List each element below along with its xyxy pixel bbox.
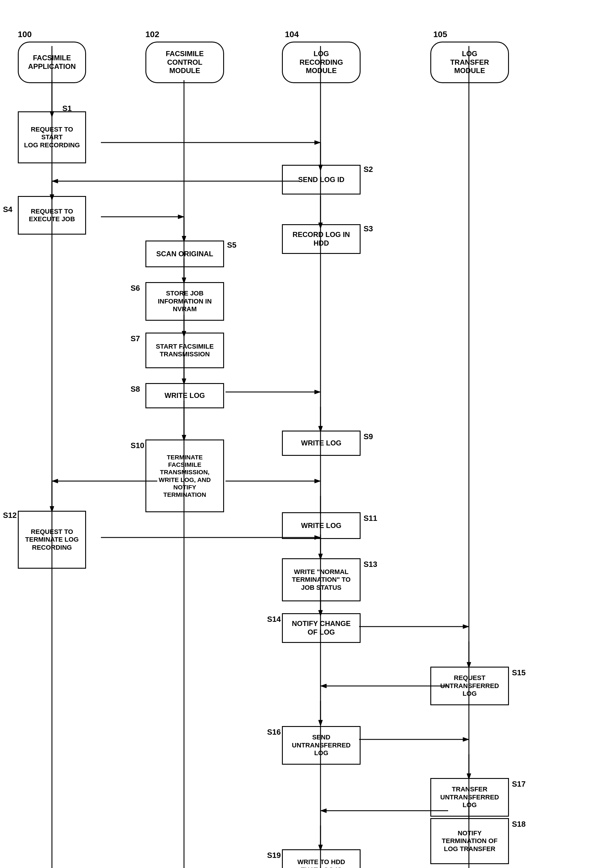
flowchart-diagram: 100 102 104 105 FACSIMILEAPPLICATION FAC… — [0, 0, 606, 868]
label-s18: S18 — [512, 820, 526, 829]
svg-marker-50 — [320, 684, 326, 688]
box-write-log-s8: WRITE LOG — [145, 383, 224, 408]
box-record-log-hdd: RECORD LOG INHDD — [282, 224, 360, 254]
box-request-untransferred-log: REQUESTUNTRANSFERREDLOG — [430, 666, 509, 705]
box-write-normal-termination: WRITE "NORMALTERMINATION" TOJOB STATUS — [282, 558, 360, 601]
label-s16: S16 — [267, 727, 281, 737]
label-s10: S10 — [131, 441, 144, 450]
box-request-start-log: REQUEST TOSTARTLOG RECORDING — [18, 112, 86, 163]
module-fax-app: FACSIMILEAPPLICATION — [18, 42, 86, 83]
ref-102: 102 — [145, 30, 159, 39]
svg-marker-11 — [52, 179, 58, 183]
label-s19: S19 — [267, 851, 281, 860]
label-s3: S3 — [363, 224, 373, 233]
box-terminate-fax: TERMINATEFACSIMILETRANSMISSION,WRITE LOG… — [145, 440, 224, 512]
label-s15: S15 — [512, 668, 526, 677]
label-s5: S5 — [227, 240, 237, 250]
module-log-recording: LOGRECORDINGMODULE — [282, 42, 360, 83]
box-transfer-untransferred-log: TRANSFERUNTRANSFERREDLOG — [430, 778, 509, 817]
label-s9: S9 — [363, 432, 373, 441]
ref-100: 100 — [18, 30, 32, 39]
box-request-exec-job: REQUEST TOEXECUTE JOB — [18, 196, 86, 235]
svg-marker-59 — [320, 809, 326, 813]
svg-marker-54 — [463, 737, 469, 741]
svg-marker-7 — [315, 141, 320, 145]
box-write-hdd-log-transferred: WRITE TO HDDTHAT LOG ISTRANSFERRED — [282, 849, 360, 868]
box-store-job-info: STORE JOBINFORMATION INNVRAM — [145, 282, 224, 321]
box-notify-term-log-transfer: NOTIFYTERMINATION OFLOG TRANSFER — [430, 818, 509, 864]
svg-marker-33 — [315, 479, 320, 483]
label-s6: S6 — [131, 284, 140, 293]
box-scan-original: SCAN ORIGINAL — [145, 240, 224, 267]
svg-marker-15 — [178, 215, 184, 219]
svg-marker-35 — [52, 479, 58, 483]
label-s11: S11 — [363, 514, 377, 523]
svg-marker-27 — [315, 390, 320, 394]
svg-marker-46 — [463, 625, 469, 629]
box-send-untransferred-log: SENDUNTRANSFERREDLOG — [282, 726, 360, 765]
box-start-fax-transmission: START FACSIMILETRANSMISSION — [145, 333, 224, 368]
box-request-term-log: REQUEST TOTERMINATE LOGRECORDING — [18, 511, 86, 569]
svg-marker-52 — [318, 720, 323, 726]
module-log-transfer: LOGTRANSFERMODULE — [430, 42, 509, 83]
label-s12: S12 — [3, 511, 17, 520]
ref-105: 105 — [433, 30, 447, 39]
label-s14: S14 — [267, 615, 281, 624]
box-write-log-s9: WRITE LOG — [282, 431, 360, 456]
label-s17: S17 — [512, 780, 526, 789]
label-s2: S2 — [363, 165, 373, 174]
label-s4: S4 — [3, 205, 12, 214]
box-send-log-id: SEND LOG ID — [282, 165, 360, 194]
box-write-log-s11: WRITE LOG — [282, 512, 360, 539]
label-s7: S7 — [131, 334, 140, 343]
ref-104: 104 — [285, 30, 299, 39]
label-s13: S13 — [363, 560, 377, 569]
label-s8: S8 — [131, 384, 140, 394]
module-fax-control: FACSIMILECONTROLMODULE — [145, 42, 224, 83]
box-notify-change-log: NOTIFY CHANGEOF LOG — [282, 613, 360, 643]
